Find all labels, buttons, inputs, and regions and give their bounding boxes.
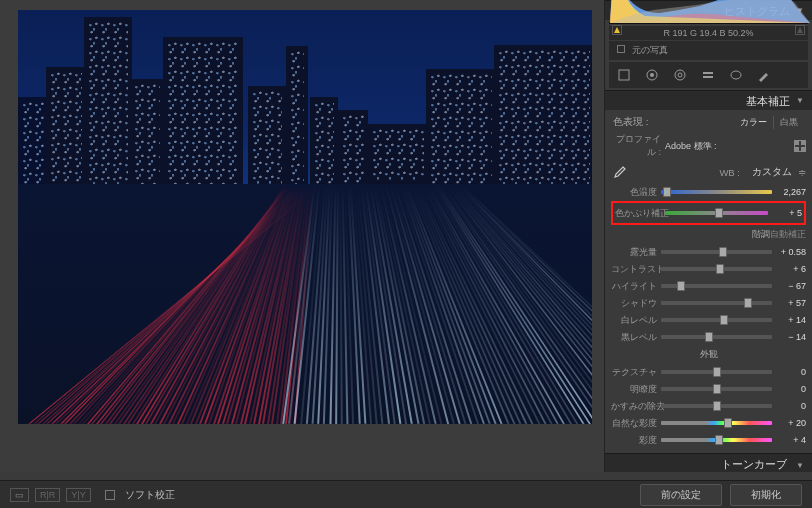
loupe-view-icon[interactable]: ▭ xyxy=(10,488,29,502)
saturation-label: 彩度 xyxy=(611,434,661,447)
highlight-clip-icon[interactable] xyxy=(795,25,805,35)
auto-button[interactable]: 自動補正 xyxy=(770,228,806,241)
profile-value[interactable]: Adobe 標準 : xyxy=(665,140,790,153)
exposure-label: 露光量 xyxy=(611,246,661,259)
bottom-toolbar: ▭ R|R Y|Y ソフト校正 前の設定 初期化 xyxy=(0,480,812,508)
gradient-tool-icon[interactable] xyxy=(699,66,717,84)
svg-rect-13 xyxy=(801,147,805,151)
svg-point-4 xyxy=(650,73,654,77)
texture-label: テクスチャ xyxy=(611,366,661,379)
shadows-label: シャドウ xyxy=(611,297,661,310)
wb-dropdown-icon[interactable]: ≑ xyxy=(798,167,806,178)
tint-slider[interactable] xyxy=(665,211,768,215)
contrast-label: コントラスト xyxy=(611,263,661,276)
exposure-slider[interactable] xyxy=(661,250,772,254)
blacks-label: 黒レベル xyxy=(611,331,661,344)
clarity-slider[interactable] xyxy=(661,387,772,391)
shadows-value[interactable]: + 57 xyxy=(772,298,806,308)
vibrance-value[interactable]: + 20 xyxy=(772,418,806,428)
previous-settings-button[interactable]: 前の設定 xyxy=(640,484,722,506)
svg-rect-11 xyxy=(801,141,805,145)
tint-label: 色かぶり補正 xyxy=(615,207,665,220)
tint-highlight-box: 色かぶり補正 + 5 xyxy=(611,201,806,225)
svg-rect-2 xyxy=(619,70,629,80)
saturation-slider[interactable] xyxy=(661,438,772,442)
highlights-slider[interactable] xyxy=(661,284,772,288)
right-panel: ヒストグラム ▼ R 191 G 19.4 B 50.2% 元の写真 xyxy=(604,0,812,472)
preview-image[interactable] xyxy=(18,10,592,424)
svg-rect-10 xyxy=(795,141,799,145)
reset-button[interactable]: 初期化 xyxy=(730,484,802,506)
contrast-slider[interactable] xyxy=(661,267,772,271)
collapse-icon: ▼ xyxy=(796,91,804,111)
treatment-bw-button[interactable]: 白黒 xyxy=(773,116,804,129)
softproof-checkbox[interactable] xyxy=(105,490,115,500)
softproof-label: ソフト校正 xyxy=(125,488,175,502)
compare-yy-icon[interactable]: Y|Y xyxy=(66,488,90,502)
spot-tool-icon[interactable] xyxy=(643,66,661,84)
svg-point-6 xyxy=(678,73,682,77)
dehaze-slider[interactable] xyxy=(661,404,772,408)
tonecurve-header[interactable]: トーンカーブ ▼ xyxy=(605,453,812,472)
tone-subheader: 階調 xyxy=(752,228,770,241)
basic-title: 基本補正 xyxy=(746,91,790,111)
vibrance-slider[interactable] xyxy=(661,421,772,425)
profile-browser-icon[interactable] xyxy=(794,140,806,152)
svg-point-5 xyxy=(675,70,685,80)
saturation-value[interactable]: + 4 xyxy=(772,435,806,445)
tool-strip xyxy=(609,62,808,88)
whites-value[interactable]: + 14 xyxy=(772,315,806,325)
svg-marker-0 xyxy=(614,27,620,33)
vibrance-label: 自然な彩度 xyxy=(611,417,661,430)
redeye-tool-icon[interactable] xyxy=(671,66,689,84)
shadow-clip-icon[interactable] xyxy=(612,25,622,35)
exposure-value[interactable]: + 0.58 xyxy=(772,247,806,257)
histogram-display[interactable] xyxy=(609,22,808,24)
original-photo-row[interactable]: 元の写真 xyxy=(609,41,808,60)
wb-eyedropper-icon[interactable] xyxy=(611,164,627,180)
highlights-value[interactable]: − 67 xyxy=(772,281,806,291)
temp-slider[interactable] xyxy=(661,190,772,194)
temp-label: 色温度 xyxy=(611,186,661,199)
temp-value[interactable]: 2,267 xyxy=(772,187,806,197)
treatment-label: 色表現 : xyxy=(613,116,648,129)
histogram-readout: R 191 G 19.4 B 50.2% xyxy=(609,26,808,40)
texture-slider[interactable] xyxy=(661,370,772,374)
clarity-value[interactable]: 0 xyxy=(772,384,806,394)
dehaze-value[interactable]: 0 xyxy=(772,401,806,411)
shadows-slider[interactable] xyxy=(661,301,772,305)
tonecurve-title: トーンカーブ xyxy=(721,458,787,470)
contrast-value[interactable]: + 6 xyxy=(772,264,806,274)
whites-slider[interactable] xyxy=(661,318,772,322)
basic-header[interactable]: 基本補正 ▼ xyxy=(605,90,812,110)
svg-rect-12 xyxy=(795,147,799,151)
dehaze-label: かすみの除去 xyxy=(611,400,661,413)
profile-label: プロファイル : xyxy=(611,133,661,159)
highlights-label: ハイライト xyxy=(611,280,661,293)
whites-label: 白レベル xyxy=(611,314,661,327)
preview-area xyxy=(0,0,604,472)
svg-point-9 xyxy=(731,71,741,79)
clarity-label: 明瞭度 xyxy=(611,383,661,396)
brush-tool-icon[interactable] xyxy=(755,66,773,84)
treatment-color-button[interactable]: カラー xyxy=(734,116,773,129)
svg-rect-7 xyxy=(703,72,713,74)
texture-value[interactable]: 0 xyxy=(772,367,806,377)
radial-tool-icon[interactable] xyxy=(727,66,745,84)
original-photo-label: 元の写真 xyxy=(632,45,668,55)
checkbox-icon[interactable] xyxy=(617,45,625,53)
blacks-slider[interactable] xyxy=(661,335,772,339)
collapse-icon: ▼ xyxy=(796,461,804,470)
blacks-value[interactable]: − 14 xyxy=(772,332,806,342)
wb-value[interactable]: カスタム xyxy=(752,166,792,179)
svg-marker-1 xyxy=(797,27,803,33)
compare-rr-icon[interactable]: R|R xyxy=(35,488,60,502)
wb-label: WB : xyxy=(719,167,740,178)
presence-subheader: 外観 xyxy=(700,348,718,361)
crop-tool-icon[interactable] xyxy=(615,66,633,84)
tint-value[interactable]: + 5 xyxy=(768,208,802,218)
svg-rect-8 xyxy=(703,76,713,78)
